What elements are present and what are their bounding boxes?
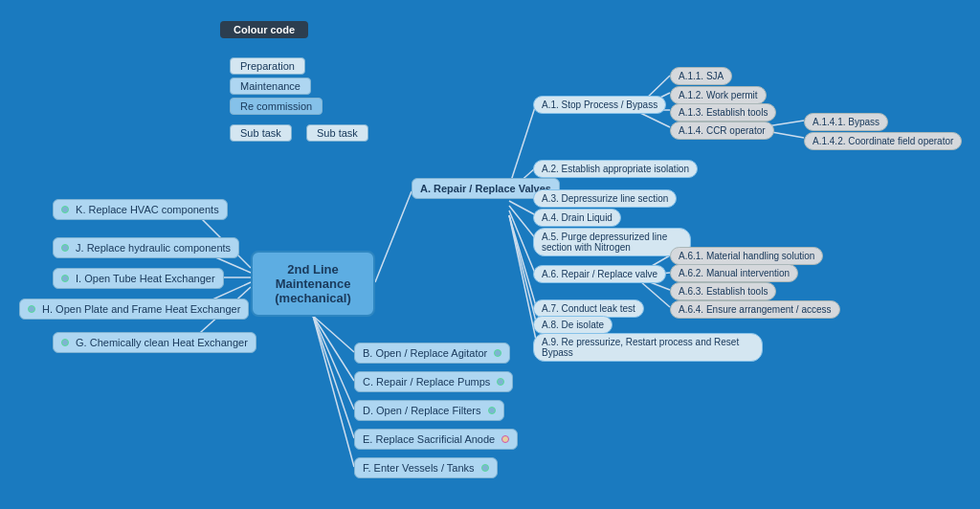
svg-line-0 — [375, 191, 412, 282]
small-icon-E — [501, 435, 509, 443]
node-A141[interactable]: A.1.4.1. Bypass — [804, 113, 888, 131]
node-A4[interactable]: A.4. Drain Liquid — [533, 209, 621, 227]
svg-line-18 — [509, 215, 536, 321]
svg-line-29 — [640, 281, 670, 307]
node-J[interactable]: J. Replace hydraulic components — [53, 237, 239, 258]
maintenance-node: Maintenance — [230, 77, 311, 95]
node-I[interactable]: I. Open Tube Heat Exchanger — [53, 268, 224, 289]
svg-line-23 — [640, 113, 670, 127]
node-K[interactable]: K. Replace HVAC components — [53, 199, 228, 220]
node-A8[interactable]: A.8. De isolate — [533, 316, 612, 334]
svg-line-16 — [509, 210, 536, 276]
node-A142[interactable]: A.1.4.2. Coordinate field operator — [804, 132, 962, 150]
small-icon-H — [28, 305, 35, 313]
node-A1[interactable]: A.1. Stop Process / Bypass — [533, 96, 666, 114]
node-B[interactable]: B. Open / Replace Agitator — [354, 343, 510, 364]
svg-line-15 — [509, 206, 536, 239]
subtask1-node: Sub task — [230, 124, 292, 142]
subtask2-node: Sub task — [306, 124, 368, 142]
node-E[interactable]: E. Replace Sacrificial Anode — [354, 429, 518, 450]
small-icon-G — [61, 339, 69, 346]
svg-line-8 — [313, 316, 354, 409]
svg-line-6 — [313, 316, 354, 352]
node-A6[interactable]: A.6. Repair / Replace valve — [533, 265, 666, 283]
small-icon-I — [61, 275, 69, 282]
svg-line-11 — [509, 104, 536, 187]
recommission-node: Re commission — [230, 98, 323, 115]
svg-line-9 — [313, 316, 354, 438]
node-A63[interactable]: A.6.3. Establish tools — [670, 282, 776, 300]
small-icon-J — [61, 244, 69, 252]
svg-line-17 — [509, 215, 536, 306]
small-icon-D — [488, 407, 496, 414]
node-G[interactable]: G. Chemically clean Heat Exchanger — [53, 332, 256, 353]
node-H[interactable]: H. Open Plate and Frame Heat Exchanger — [19, 299, 249, 320]
node-A62[interactable]: A.6.2. Manual intervention — [670, 264, 798, 282]
node-A9[interactable]: A.9. Re pressurize, Restart process and … — [533, 333, 763, 362]
node-A64[interactable]: A.6.4. Ensure arrangement / access — [670, 300, 840, 319]
node-C[interactable]: C. Repair / Replace Pumps — [354, 371, 513, 392]
node-A13[interactable]: A.1.3. Establish tools — [670, 103, 776, 122]
node-A12[interactable]: A.1.2. Work permit — [670, 86, 767, 104]
small-icon-B — [494, 349, 501, 357]
node-A3[interactable]: A.3. Depressurize line section — [533, 189, 677, 208]
node-A2[interactable]: A.2. Establish appropriate isolation — [533, 160, 698, 178]
center-node[interactable]: 2nd Line Maintenance (mechanical) — [251, 251, 375, 317]
small-icon-C — [497, 378, 504, 386]
small-icon-K — [61, 206, 69, 213]
node-A11[interactable]: A.1.1. SJA — [670, 67, 732, 85]
node-A14[interactable]: A.1.4. CCR operator — [670, 122, 774, 140]
colour-code-label: Colour code — [234, 24, 295, 35]
svg-line-10 — [313, 316, 354, 467]
node-F[interactable]: F. Enter Vessels / Tanks — [354, 457, 498, 478]
preparation-node: Preparation — [230, 57, 305, 75]
node-D[interactable]: D. Open / Replace Filters — [354, 400, 504, 421]
small-icon-F — [481, 464, 489, 472]
colour-code-box: Colour code — [220, 21, 308, 38]
svg-line-19 — [509, 215, 536, 340]
svg-line-14 — [509, 201, 536, 215]
node-A5[interactable]: A.5. Purge depressurized line section wi… — [533, 228, 691, 256]
svg-line-7 — [313, 316, 354, 381]
node-A61[interactable]: A.6.1. Material handling solution — [670, 247, 823, 265]
